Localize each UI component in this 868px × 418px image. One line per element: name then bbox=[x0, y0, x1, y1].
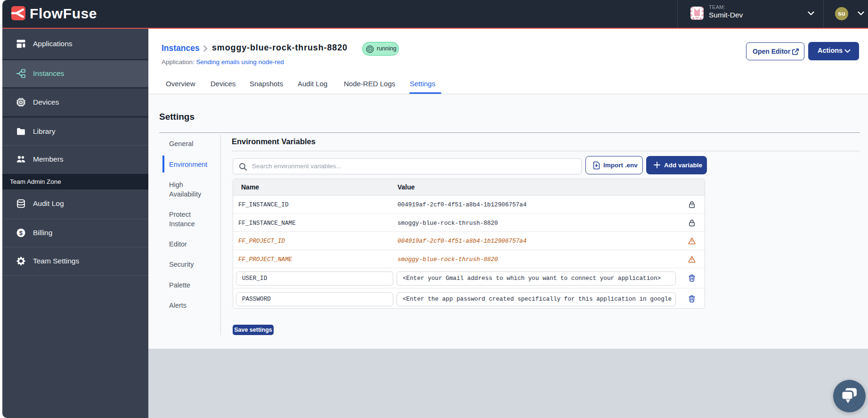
svg-text:$: $ bbox=[19, 229, 23, 236]
